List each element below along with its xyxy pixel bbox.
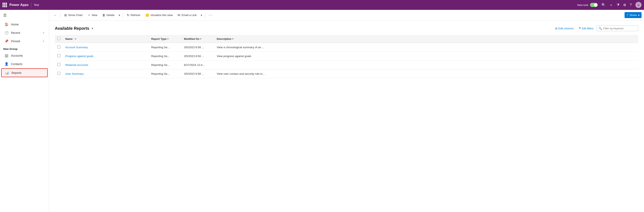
- row-desc-cell: View progress against goals: [214, 52, 638, 61]
- content-area: ← ⊞ Show Chart ＋ New 🗑 Delete ▾ ↻ Refres…: [49, 10, 644, 212]
- sidebar-label-pinned: Pinned: [11, 40, 40, 43]
- sidebar-item-pinned[interactable]: 📌 Pinned ∨: [1, 37, 48, 45]
- row-name-cell: Account Summary: [63, 43, 149, 52]
- edit-columns-button[interactable]: ⊞ Edit columns: [553, 26, 576, 31]
- recent-chevron-icon: ∨: [43, 31, 44, 34]
- share-chevron-icon: ▾: [638, 14, 640, 17]
- show-chart-button[interactable]: ⊞ Show Chart: [62, 12, 85, 18]
- col-desc-label: Description: [217, 37, 232, 40]
- row-name-link[interactable]: Progress against goals: [65, 55, 93, 58]
- col-modified-chevron-icon: ▾: [200, 38, 201, 40]
- email-link-button[interactable]: ✉ Email a Link: [176, 12, 199, 18]
- help-icon[interactable]: ?: [630, 3, 632, 7]
- edit-columns-icon: ⊞: [555, 27, 558, 30]
- share-button[interactable]: ⤴ Share ▾: [624, 12, 642, 18]
- search-icon[interactable]: 🔍: [602, 3, 606, 7]
- table-header-modified: Modified On ▾: [182, 35, 214, 43]
- sidebar-item-reports[interactable]: 📊 Reports: [1, 68, 48, 77]
- hamburger-icon[interactable]: ☰: [0, 12, 49, 20]
- settings-icon[interactable]: ⚙: [623, 3, 626, 7]
- email-chevron-button[interactable]: ▾: [200, 12, 204, 18]
- row-name-cell: Progress against goals: [63, 52, 149, 61]
- toggle-thumb: [594, 3, 597, 7]
- main-layout: ☰ 🏠 Home 🕐 Recent ∨ 📌 Pinned ∨ New Group…: [0, 10, 644, 212]
- table-header-row: Name ↑ ▾ Report Type ▾: [55, 35, 638, 43]
- table-row: Retained accounts Reporting Se... 6/27/2…: [55, 61, 638, 69]
- view-actions: ⊞ Edit columns ⧩ Edit filters 🔍: [553, 26, 638, 31]
- view-header: Available Reports ▾ ⊞ Edit columns ⧩ Edi…: [55, 26, 638, 31]
- edit-filters-button[interactable]: ⧩ Edit filters: [576, 26, 596, 31]
- visualize-label: Visualize this view: [150, 14, 173, 17]
- view-title-chevron-icon[interactable]: ▾: [92, 27, 93, 30]
- sort-desc-button[interactable]: Description ▾: [217, 37, 233, 40]
- recent-icon: 🕐: [4, 31, 8, 35]
- col-type-chevron-icon: ▾: [168, 38, 168, 40]
- row-checkbox-cell: [55, 43, 63, 52]
- sidebar-label-recent: Recent: [11, 31, 40, 35]
- row-checkbox[interactable]: [57, 72, 60, 75]
- sidebar-item-recent[interactable]: 🕐 Recent ∨: [1, 29, 48, 37]
- row-checkbox[interactable]: [57, 45, 60, 48]
- refresh-button[interactable]: ↻ Refresh: [125, 12, 142, 18]
- table-row: User Summary Reporting Se... 3/5/2023 8:…: [55, 69, 638, 78]
- sidebar-label-accounts: Accounts: [11, 54, 44, 57]
- sort-asc-icon: ↑: [73, 38, 74, 40]
- sidebar-label-contacts: Contacts: [11, 62, 44, 66]
- delete-chevron-button[interactable]: ▾: [118, 12, 121, 18]
- col-name-chevron-icon: ▾: [75, 38, 76, 40]
- row-modified-cell: 3/5/2023 8:58 ...: [182, 52, 214, 61]
- edit-columns-label: Edit columns: [558, 27, 574, 30]
- row-checkbox-cell: [55, 52, 63, 61]
- row-desc-cell: [214, 61, 638, 69]
- edit-filters-label: Edit filters: [582, 27, 594, 30]
- sidebar-label-reports: Reports: [12, 71, 44, 74]
- row-checkbox-cell: [55, 61, 63, 69]
- row-desc-cell: View a chronological summary of an ...: [214, 43, 638, 52]
- filter-icon[interactable]: ⧩: [616, 3, 620, 7]
- row-checkbox[interactable]: [57, 54, 60, 57]
- new-look-toggle-container: New look: [577, 3, 598, 7]
- select-all-checkbox[interactable]: [57, 37, 60, 40]
- row-name-link[interactable]: Retained accounts: [65, 63, 88, 66]
- new-button[interactable]: ＋ New: [86, 12, 100, 18]
- visualize-icon: 🟡: [145, 13, 149, 17]
- table-header-name: Name ↑ ▾: [63, 35, 149, 43]
- sort-type-button[interactable]: Report Type ▾: [151, 37, 168, 40]
- avatar[interactable]: U: [636, 2, 642, 8]
- email-icon: ✉: [178, 13, 180, 17]
- top-nav: Power Apps Test New look 🔍 ＋ ⧩ ⚙ ? U: [0, 0, 644, 10]
- reports-icon: 📊: [5, 71, 9, 75]
- row-name-cell: User Summary: [63, 69, 149, 78]
- sidebar-item-accounts[interactable]: 🏢 Accounts: [1, 52, 48, 60]
- share-label: Share: [630, 14, 637, 17]
- pinned-icon: 📌: [4, 39, 8, 43]
- sort-name-button[interactable]: Name ↑ ▾: [65, 37, 76, 40]
- sidebar-item-contacts[interactable]: 👤 Contacts: [1, 60, 48, 68]
- filter-search-container: 🔍: [596, 26, 638, 31]
- pinned-chevron-icon: ∨: [43, 40, 44, 43]
- edit-filters-icon: ⧩: [578, 27, 581, 30]
- row-type-cell: Reporting Se...: [149, 69, 182, 78]
- table-header-checkbox: [55, 35, 63, 43]
- toolbar-divider-1: [60, 13, 60, 18]
- more-button[interactable]: ···: [207, 12, 214, 19]
- row-modified-cell: 3/5/2023 8:58 ...: [182, 69, 214, 78]
- add-icon[interactable]: ＋: [610, 3, 613, 7]
- sidebar-item-home[interactable]: 🏠 Home: [1, 20, 48, 28]
- row-type-cell: Reporting Se...: [149, 52, 182, 61]
- app-grid-icon[interactable]: [2, 3, 7, 7]
- table-row: Progress against goals Reporting Se... 3…: [55, 52, 638, 61]
- back-button[interactable]: ←: [52, 12, 59, 18]
- filter-search-icon: 🔍: [598, 27, 602, 30]
- row-checkbox-cell: [55, 69, 63, 78]
- list-area: Available Reports ▾ ⊞ Edit columns ⧩ Edi…: [49, 21, 644, 212]
- new-look-toggle[interactable]: [590, 3, 598, 7]
- visualize-button[interactable]: 🟡 Visualize this view: [143, 12, 175, 18]
- row-name-link[interactable]: User Summary: [65, 72, 84, 75]
- delete-button[interactable]: 🗑 Delete: [100, 12, 117, 18]
- row-checkbox[interactable]: [57, 63, 60, 66]
- show-chart-label: Show Chart: [68, 14, 83, 17]
- row-name-link[interactable]: Account Summary: [65, 46, 88, 49]
- sort-modified-button[interactable]: Modified On ▾: [184, 37, 201, 40]
- filter-search-input[interactable]: [603, 27, 636, 30]
